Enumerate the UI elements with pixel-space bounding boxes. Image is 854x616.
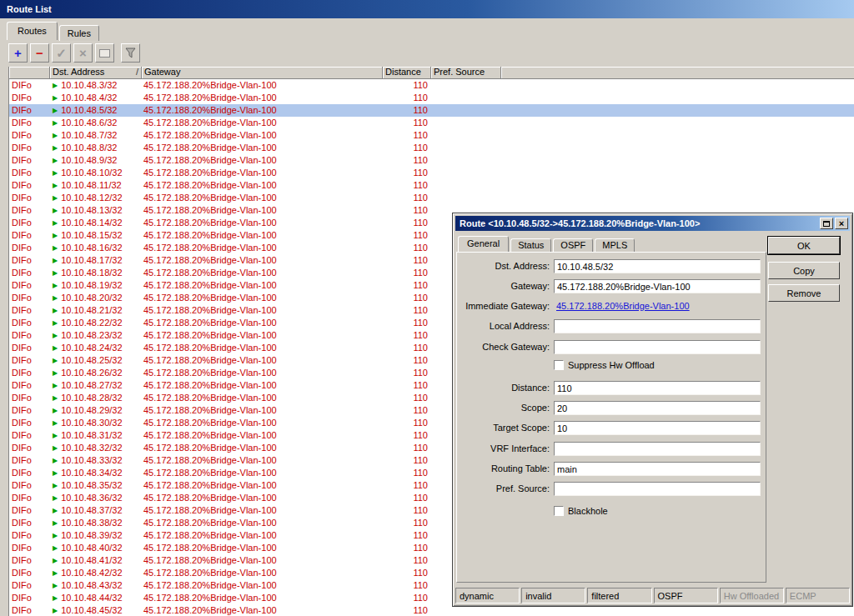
- dialog-tab-status[interactable]: Status: [510, 238, 551, 253]
- row-distance: 110: [383, 304, 431, 317]
- table-header: Dst. Address/GatewayDistancePref. Source: [9, 67, 854, 79]
- row-flags: DIFo: [9, 404, 50, 417]
- row-gateway: 45.172.188.20%Bridge-Vlan-100: [142, 542, 383, 554]
- comment-button[interactable]: [95, 43, 114, 63]
- route-arrow-icon: ▶: [53, 170, 58, 177]
- table-row[interactable]: DIFo▶10.10.48.10/3245.172.188.20%Bridge-…: [9, 167, 854, 179]
- row-flags: DIFo: [9, 154, 50, 167]
- status-flag-hw-offloaded: Hw Offloaded: [720, 588, 784, 603]
- table-row[interactable]: DIFo▶10.10.48.12/3245.172.188.20%Bridge-…: [9, 192, 854, 204]
- route-arrow-icon: ▶: [53, 483, 58, 489]
- target-scope-input[interactable]: 10: [554, 421, 761, 435]
- table-row[interactable]: DIFo▶10.10.48.5/3245.172.188.20%Bridge-V…: [9, 104, 854, 117]
- row-flags: DIFo: [9, 117, 50, 129]
- restore-button[interactable]: [820, 218, 833, 229]
- row-dst-address: 10.10.48.34/32: [61, 467, 122, 479]
- row-dst-address: 10.10.48.33/32: [61, 454, 122, 467]
- routing-table-input[interactable]: main: [554, 462, 761, 476]
- row-flags: DIFo: [9, 254, 50, 267]
- dst-address-input[interactable]: 10.10.48.5/32: [554, 259, 761, 273]
- dialog-buttons: OK Copy Remove: [768, 237, 840, 307]
- row-dst-address: 10.10.48.13/32: [61, 204, 122, 217]
- local-address-input[interactable]: [554, 319, 761, 333]
- row-pref-source: [431, 167, 501, 179]
- check-gateway-input[interactable]: [554, 340, 761, 354]
- row-gateway: 45.172.188.20%Bridge-Vlan-100: [142, 142, 383, 154]
- pref-source-input[interactable]: [554, 482, 761, 496]
- routing-table-label: Routing Table:: [462, 462, 554, 476]
- column-header-pref_source[interactable]: Pref. Source: [431, 67, 501, 79]
- scope-input[interactable]: 20: [554, 401, 761, 415]
- column-label: Distance: [385, 67, 421, 78]
- route-arrow-icon: ▶: [53, 308, 58, 314]
- row-gateway: 45.172.188.20%Bridge-Vlan-100: [142, 429, 383, 442]
- row-flags: DIFo: [9, 554, 50, 567]
- table-row[interactable]: DIFo▶10.10.48.9/3245.172.188.20%Bridge-V…: [9, 154, 854, 167]
- dialog-tab-general[interactable]: General: [458, 236, 509, 252]
- table-row[interactable]: DIFo▶10.10.48.7/3245.172.188.20%Bridge-V…: [9, 129, 854, 142]
- ok-button[interactable]: OK: [768, 237, 840, 254]
- row-flags: DIFo: [9, 579, 50, 592]
- column-header-flags[interactable]: [9, 67, 50, 79]
- row-gateway: 45.172.188.20%Bridge-Vlan-100: [142, 342, 383, 354]
- status-flag-filtered: filtered: [587, 588, 651, 603]
- route-arrow-icon: ▶: [53, 183, 58, 189]
- row-gateway: 45.172.188.20%Bridge-Vlan-100: [142, 242, 383, 254]
- field-row-routing-table: Routing Table: main: [462, 462, 761, 476]
- close-button[interactable]: ×: [835, 218, 848, 229]
- column-header-distance[interactable]: Distance: [383, 67, 431, 79]
- disable-button[interactable]: ×: [73, 43, 93, 63]
- table-row[interactable]: DIFo▶10.10.48.6/3245.172.188.20%Bridge-V…: [9, 117, 854, 129]
- route-arrow-icon: ▶: [53, 270, 58, 277]
- table-row[interactable]: DIFo▶10.10.48.3/3245.172.188.20%Bridge-V…: [9, 79, 854, 92]
- general-tab-panel: Dst. Address: 10.10.48.5/32 Gateway: 45.…: [456, 252, 766, 583]
- row-gateway: 45.172.188.20%Bridge-Vlan-100: [142, 592, 383, 604]
- gateway-input[interactable]: 45.172.188.20%Bridge-Vlan-100: [554, 279, 761, 293]
- row-gateway: 45.172.188.20%Bridge-Vlan-100: [142, 492, 383, 504]
- filter-button[interactable]: [121, 43, 140, 63]
- remove-button[interactable]: −: [30, 43, 49, 63]
- field-row-distance: Distance: 110: [462, 381, 761, 395]
- row-distance: 110: [383, 317, 431, 329]
- tab-routes[interactable]: Routes: [7, 22, 58, 40]
- distance-input[interactable]: 110: [554, 381, 761, 395]
- row-distance: 110: [383, 442, 431, 454]
- row-gateway: 45.172.188.20%Bridge-Vlan-100: [142, 329, 383, 342]
- row-distance: 110: [383, 292, 431, 304]
- immediate-gateway-link[interactable]: 45.172.188.20%Bridge-Vlan-100: [554, 299, 761, 313]
- row-flags: DIFo: [9, 79, 50, 92]
- row-distance: 110: [383, 92, 431, 104]
- tab-rules[interactable]: Rules: [59, 25, 99, 41]
- column-label: Dst. Address: [53, 67, 104, 78]
- remove-button[interactable]: Remove: [768, 284, 840, 302]
- row-distance: 110: [383, 529, 431, 542]
- row-flags: DIFo: [9, 479, 50, 492]
- blackhole-checkbox[interactable]: [554, 506, 564, 516]
- row-flags: DIFo: [9, 542, 50, 554]
- row-gateway: 45.172.188.20%Bridge-Vlan-100: [142, 279, 383, 292]
- row-flags: DIFo: [9, 379, 50, 392]
- table-row[interactable]: DIFo▶10.10.48.8/3245.172.188.20%Bridge-V…: [9, 142, 854, 154]
- table-row[interactable]: DIFo▶10.10.48.11/3245.172.188.20%Bridge-…: [9, 179, 854, 192]
- dialog-tab-ospf[interactable]: OSPF: [553, 238, 593, 253]
- table-row[interactable]: DIFo▶10.10.48.4/3245.172.188.20%Bridge-V…: [9, 92, 854, 104]
- window-tabstrip: RoutesRules: [0, 18, 854, 41]
- row-flags: DIFo: [9, 592, 50, 604]
- row-distance: 110: [383, 154, 431, 167]
- field-row-check-gateway: Check Gateway:: [462, 340, 761, 354]
- suppress-hw-offload-checkbox[interactable]: [554, 360, 564, 370]
- dialog-tab-mpls[interactable]: MPLS: [595, 238, 635, 253]
- column-header-dst[interactable]: Dst. Address/: [50, 67, 142, 79]
- row-flags: DIFo: [9, 217, 50, 229]
- row-flags: DIFo: [9, 92, 50, 104]
- row-gateway: 45.172.188.20%Bridge-Vlan-100: [142, 467, 383, 479]
- route-arrow-icon: ▶: [53, 395, 58, 402]
- route-arrow-icon: ▶: [53, 533, 58, 539]
- column-header-gateway[interactable]: Gateway: [142, 67, 383, 79]
- copy-button[interactable]: Copy: [768, 262, 840, 279]
- row-gateway: 45.172.188.20%Bridge-Vlan-100: [142, 267, 383, 279]
- vrf-interface-input[interactable]: [554, 442, 761, 456]
- row-gateway: 45.172.188.20%Bridge-Vlan-100: [142, 517, 383, 529]
- enable-button[interactable]: ✓: [52, 43, 71, 63]
- add-button[interactable]: +: [8, 43, 28, 63]
